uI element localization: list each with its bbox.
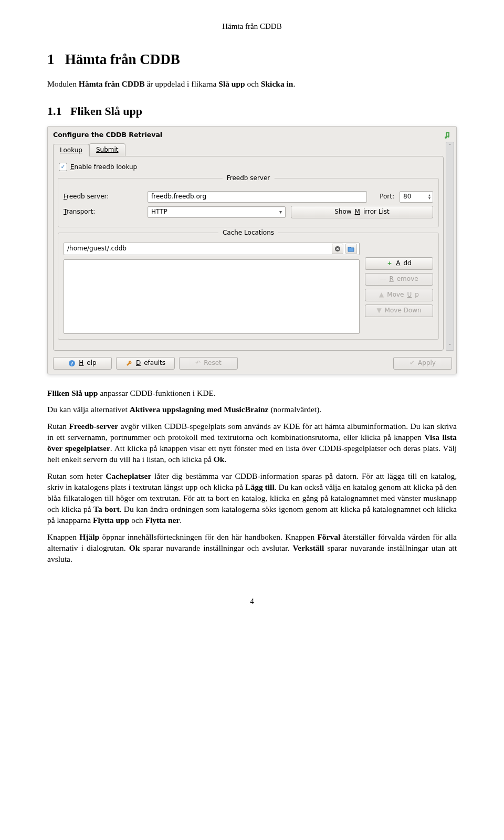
paragraph-5: Knappen Hjälp öppnar innehållsförtecknin… (47, 532, 457, 565)
dialog-footer: ? Help Defaults ↶ Reset ✔ Apply (48, 354, 456, 374)
defaults-button[interactable]: Defaults (116, 357, 175, 370)
bold-text: Flytta ner (145, 516, 180, 524)
paragraph-1: Fliken Slå upp anpassar CDDB-funktionen … (47, 388, 457, 399)
wrench-icon (125, 360, 133, 367)
text: Modulen (47, 79, 79, 88)
bold-text: Slå upp (218, 79, 245, 88)
check-icon: ✔ (410, 359, 415, 367)
help-button[interactable]: ? Help (53, 357, 112, 370)
transport-label: Transport: (64, 207, 142, 216)
undo-icon: ↶ (195, 359, 201, 367)
bold-text: Flytta upp (93, 516, 129, 524)
freedb-server-group: Freedb server Freedb server: freedb.free… (58, 178, 439, 227)
port-value: 80 (403, 192, 411, 201)
reset-button[interactable]: ↶ Reset (179, 357, 238, 370)
clear-icon[interactable] (332, 244, 343, 254)
bold-text: Hjälp (79, 532, 99, 541)
folder-open-icon[interactable] (345, 244, 357, 254)
apply-button[interactable]: ✔ Apply (393, 357, 452, 370)
cache-path-input[interactable]: /home/guest/.cddb (64, 243, 360, 255)
subsection-number: 1.1 (47, 104, 62, 118)
text: öppnar innehållsförteckningen för den hä… (99, 532, 317, 541)
page-number: 4 (47, 596, 457, 606)
bold-text: Fliken Slå upp (47, 388, 98, 397)
text: sparar nuvarande inställningar och avslu… (140, 543, 292, 552)
subsection-title: Fliken Slå upp (70, 104, 142, 118)
tab-submit[interactable]: Submit (89, 143, 125, 156)
path-value: /home/guest/.cddb (67, 244, 127, 253)
page-header: Hämta från CDDB (47, 21, 457, 32)
transport-combo[interactable]: HTTP ▾ (148, 206, 286, 218)
dialog-title: Configure the CDDB Retrieval (53, 131, 162, 140)
bold-text: Freedb-server (69, 422, 119, 430)
enable-freedb-checkbox-row[interactable]: ✓ EEnable freedb lookupnable freedb look… (58, 161, 439, 173)
svg-text:?: ? (71, 361, 74, 366)
checkbox-label: EEnable freedb lookupnable freedb lookup (70, 163, 137, 171)
text: Rutan som heter (47, 471, 106, 480)
port-label: Port: (380, 192, 394, 201)
minus-icon: — (380, 275, 386, 283)
arrow-up-icon: ▲ (379, 290, 384, 299)
paragraph-4: Rutan som heter Cacheplatser låter dig b… (47, 471, 457, 526)
move-up-button[interactable]: ▲ Move Up (365, 289, 433, 301)
add-button[interactable]: ＋ Add (365, 257, 433, 270)
text: och (245, 79, 261, 88)
cache-list[interactable] (64, 259, 360, 334)
move-down-button[interactable]: ▼ Move Down (365, 304, 433, 317)
text: . (293, 79, 295, 88)
plus-icon: ＋ (386, 259, 393, 267)
freedb-server-label: Freedb server: (64, 192, 142, 201)
tab-lookup[interactable]: Lookup (53, 144, 89, 156)
group-title: Cache Locations (218, 228, 278, 237)
tab-bar: Lookup Submit (53, 143, 444, 156)
arrow-down-icon: ▼ (376, 306, 381, 314)
text: Rutan (47, 422, 69, 430)
section-heading: 1 Hämta från CDDB (47, 50, 457, 69)
tab-label: Submit (96, 146, 119, 153)
section-number: 1 (47, 51, 55, 67)
freedb-server-input[interactable]: freedb.freedb.org (148, 191, 367, 203)
combo-value: HTTP (151, 207, 167, 216)
cache-locations-group: Cache Locations /home/guest/.cddb (58, 233, 439, 340)
text: och (129, 516, 145, 524)
bold-text: Aktivera uppslagning med MusicBrainz (130, 405, 269, 414)
intro-paragraph: Modulen Hämta från CDDB är uppdelad i fl… (47, 79, 457, 90)
show-mirror-list-button[interactable]: Show Mirror List (291, 206, 433, 218)
section-title: Hämta från CDDB (65, 51, 180, 67)
music-note-icon (443, 131, 451, 140)
spinner-down-icon[interactable]: ▾ (428, 197, 430, 200)
cddb-dialog: Configure the CDDB Retrieval Lookup Subm… (47, 126, 457, 374)
help-icon: ? (68, 360, 76, 367)
remove-button[interactable]: — Remove (365, 273, 433, 286)
bold-text: Ok (129, 543, 140, 552)
bold-text: Ok (214, 455, 225, 464)
bold-text: Förval (317, 532, 340, 541)
chevron-down-icon: ▾ (279, 208, 282, 216)
scroll-down-icon[interactable]: ˅ (449, 343, 452, 349)
tab-label: Lookup (60, 146, 82, 154)
text: . (224, 455, 226, 464)
paragraph-3: Rutan Freedb-server avgör vilken CDDB-sp… (47, 421, 457, 465)
bold-text: Lägg till (245, 482, 275, 491)
tab-panel-lookup: ✓ EEnable freedb lookupnable freedb look… (53, 156, 444, 350)
checkbox-icon: ✓ (59, 163, 67, 171)
paragraph-2: Du kan välja alternativet Aktivera uppsl… (47, 404, 457, 415)
text: . (180, 516, 182, 524)
btn-label: Reset (204, 359, 222, 367)
bold-text: Ta bort (93, 505, 119, 513)
bold-text: Hämta från CDDB (79, 79, 145, 88)
port-spinner[interactable]: 80 ▴▾ (400, 191, 433, 203)
text: Du kan välja alternativet (47, 405, 130, 414)
text: Knappen (47, 532, 79, 541)
text: (normalvärdet). (269, 405, 322, 414)
subsection-heading: 1.1 Fliken Slå upp (47, 103, 457, 119)
group-title: Freedb server (223, 174, 275, 182)
vertical-scrollbar[interactable]: ˄ ˅ (446, 142, 454, 350)
bold-text: Skicka in (261, 79, 293, 88)
text: är uppdelad i flikarna (145, 79, 219, 88)
scroll-up-icon[interactable]: ˄ (449, 143, 452, 149)
bold-text: Verkställ (293, 543, 324, 552)
btn-label: Apply (418, 359, 436, 367)
bold-text: Cacheplatser (106, 471, 151, 480)
